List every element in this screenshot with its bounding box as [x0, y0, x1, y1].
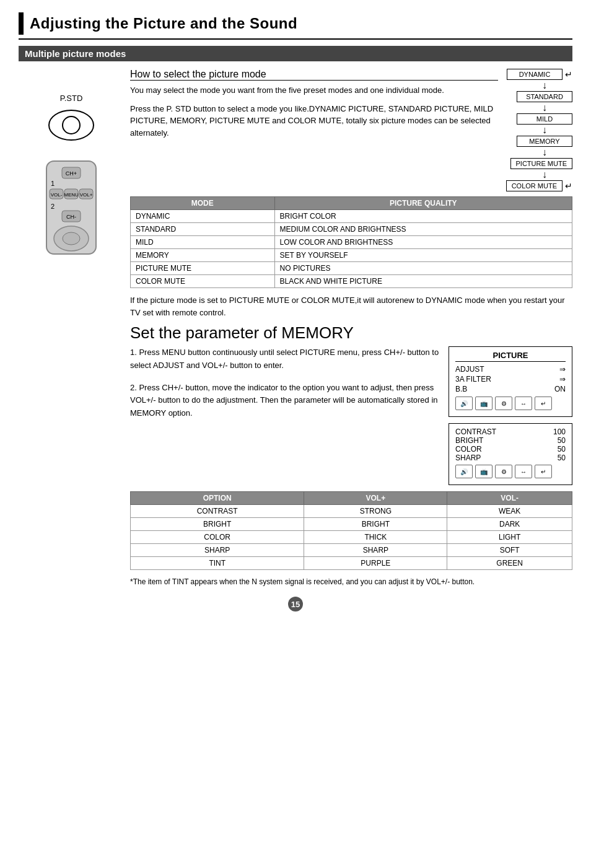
bb-label: B.B [455, 385, 467, 393]
quality-cell: SET BY YOURSELF [274, 249, 572, 262]
flow-item-picture-mute: PICTURE MUTE [498, 158, 572, 169]
option-table: OPTION VOL+ VOL- CONTRASTSTRONGWEAKBRIGH… [130, 491, 572, 570]
arrow-side-dynamic: ↵ [565, 69, 572, 79]
mode-table-row: STANDARDMEDIUM COLOR AND BRIGHTNESS [131, 223, 572, 236]
svg-text:CH-: CH- [66, 214, 76, 220]
memory-title: Set the parameter of MEMORY [130, 323, 572, 343]
quality-cell: LOW COLOR AND BRIGHTNESS [274, 236, 572, 249]
adjust-arrow: ⇒ [559, 365, 566, 374]
quality-cell: BRIGHT COLOR [274, 210, 572, 223]
svg-text:2: 2 [51, 203, 55, 210]
flow-item-dynamic: DYNAMIC ↵ [498, 69, 572, 80]
page-title: Adjusting the Picture and the Sound [30, 15, 297, 32]
mode-box-picture-mute: PICTURE MUTE [510, 158, 573, 169]
option-table-row: SHARPSHARPSOFT [131, 544, 572, 557]
svg-point-0 [49, 110, 94, 140]
flow-item-mild: MILD [498, 113, 572, 125]
remote-illustration: CH+ 1 VOL- MENU VOL+ 2 CH- [34, 158, 108, 257]
pstd-illustration [46, 107, 96, 144]
svg-point-1 [63, 116, 80, 134]
volplus-cell: STRONG [304, 505, 447, 518]
color-value: 50 [558, 445, 566, 454]
picture-menu-row-bb: B.B ON [455, 384, 566, 394]
volplus-cell: BRIGHT [304, 518, 447, 531]
intro-text-2: Press the P. STD button to select a mode… [130, 103, 498, 139]
page-number: 15 [288, 597, 303, 612]
bb-value: ON [554, 385, 566, 393]
tv-icon-enter: ↵ [535, 397, 552, 410]
3afilter-label: 3A FILTER [455, 375, 491, 384]
mode-box-dynamic: DYNAMIC [507, 69, 563, 80]
3afilter-arrow: ⇒ [559, 375, 566, 384]
mode-cell: COLOR MUTE [131, 275, 275, 288]
tv-icon-row-2: 🔊 📺 ⚙ ↔ ↵ [455, 465, 566, 478]
section-title: Multiple picture modes [25, 48, 126, 59]
volminus-cell: SOFT [447, 544, 572, 557]
arrow-3: ↓ [517, 125, 572, 136]
tv-icon-vol: 🔊 [455, 397, 473, 410]
volplus-cell: SHARP [304, 544, 447, 557]
mode-box-memory: MEMORY [517, 136, 572, 147]
mode-table-row: MILDLOW COLOR AND BRIGHTNESS [131, 236, 572, 249]
adjust-row-contrast: CONTRAST 100 [455, 427, 566, 436]
bright-value: 50 [558, 436, 566, 445]
tv-icon-vol-2: 🔊 [455, 465, 473, 478]
adjust-label: ADJUST [455, 365, 484, 374]
arrow-1: ↓ [517, 80, 572, 91]
picture-menu-row-3afilter: 3A FILTER ⇒ [455, 374, 566, 384]
option-table-row: BRIGHTBRIGHTDARK [131, 518, 572, 531]
arrow-2: ↓ [517, 102, 572, 113]
mode-table-row: PICTURE MUTENO PICTURES [131, 262, 572, 275]
step1-text: 1. Press MENU button continuously until … [130, 346, 439, 372]
picture-menu-title: PICTURE [455, 351, 566, 362]
mode-table-row: MEMORYSET BY YOURSELF [131, 249, 572, 262]
tv-icon-src-2: ↔ [515, 465, 532, 478]
flow-item-standard: STANDARD [498, 91, 572, 102]
pstd-label: P.STD [19, 94, 124, 103]
bottom-layout: 1. Press MENU button continuously until … [130, 346, 572, 485]
pstd-area: P.STD [19, 94, 124, 146]
tv-icon-ch: 📺 [475, 397, 492, 410]
quality-cell: MEDIUM COLOR AND BRIGHTNESS [274, 223, 572, 236]
mode-cell: DYNAMIC [131, 210, 275, 223]
mode-table-row: COLOR MUTEBLACK AND WHITE PICTURE [131, 275, 572, 288]
adjust-values-box: CONTRAST 100 BRIGHT 50 COLOR 50 SHARP 50 [449, 423, 572, 485]
col-header-quality: PICTURE QUALITY [274, 197, 572, 210]
volminus-cell: LIGHT [447, 531, 572, 544]
option-cell: COLOR [131, 531, 304, 544]
option-table-row: TINTPURPLEGREEN [131, 557, 572, 570]
sharp-value: 50 [558, 454, 566, 462]
bright-label: BRIGHT [455, 436, 483, 445]
option-cell: CONTRAST [131, 505, 304, 518]
option-cell: SHARP [131, 544, 304, 557]
tv-icon-adj: ⚙ [495, 397, 512, 410]
sharp-label: SHARP [455, 454, 481, 462]
tv-icon-src: ↔ [515, 397, 532, 410]
adjust-row-color: COLOR 50 [455, 445, 566, 454]
adjust-row-bright: BRIGHT 50 [455, 436, 566, 445]
how-to-header: How to select the picture mode You may s… [130, 69, 572, 191]
tv-icon-row-1: 🔊 📺 ⚙ ↔ ↵ [455, 397, 566, 410]
arrow-5: ↓ [517, 169, 572, 180]
volminus-cell: GREEN [447, 557, 572, 570]
svg-text:VOL+: VOL+ [80, 192, 93, 198]
page-number-area: 15 [19, 597, 572, 612]
svg-text:MENU: MENU [64, 192, 79, 198]
option-col-header: OPTION [131, 492, 304, 505]
mode-cell: PICTURE MUTE [131, 262, 275, 275]
mode-cell: MEMORY [131, 249, 275, 262]
mode-box-standard: STANDARD [517, 91, 572, 102]
picture-menu-area: PICTURE ADJUST ⇒ 3A FILTER ⇒ B.B ON 🔊 [449, 346, 572, 485]
page-header: Adjusting the Picture and the Sound [19, 12, 572, 40]
steps-area: 1. Press MENU button continuously until … [130, 346, 439, 485]
volplus-cell: PURPLE [304, 557, 447, 570]
intro-text-1: You may select the mode you want from th… [130, 84, 498, 97]
col-header-mode: MODE [131, 197, 275, 210]
left-column: P.STD CH+ 1 VOL- MENU [19, 69, 130, 587]
main-layout: P.STD CH+ 1 VOL- MENU [19, 69, 572, 587]
mode-box-color-mute: COLOR MUTE [506, 180, 563, 191]
arrow-side-color-mute: ↵ [565, 181, 572, 191]
volminus-cell: DARK [447, 518, 572, 531]
contrast-label: CONTRAST [455, 427, 496, 436]
option-table-row: CONTRASTSTRONGWEAK [131, 505, 572, 518]
